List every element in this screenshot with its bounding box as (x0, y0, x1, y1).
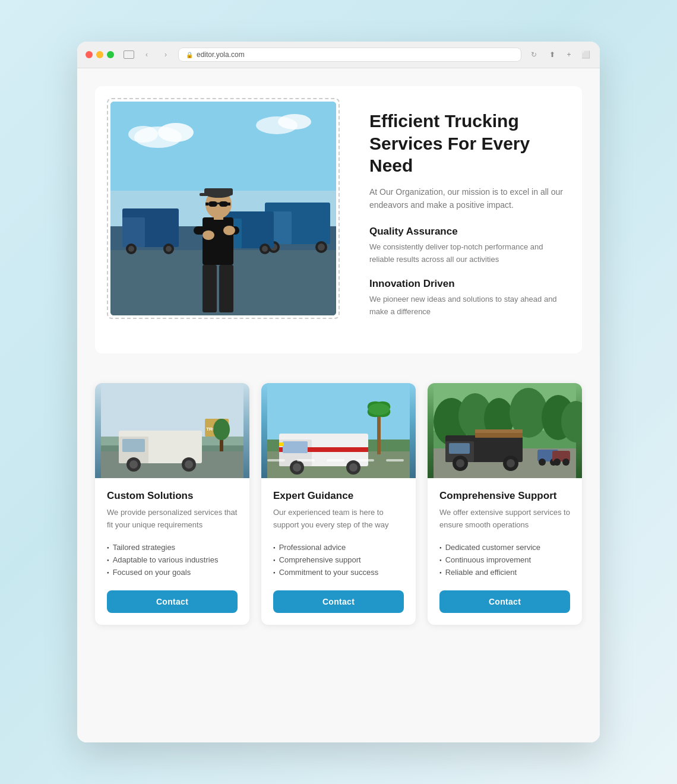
card-3-image (428, 383, 582, 478)
card-1-list-item-1: Tailored strategies (107, 541, 238, 554)
back-button[interactable]: ‹ (140, 48, 153, 61)
svg-point-75 (349, 463, 358, 472)
card-2-body: Expert Guidance Our experienced team is … (261, 478, 416, 625)
hero-illustration (110, 102, 336, 315)
svg-rect-92 (449, 443, 470, 454)
card-custom-solutions: TRO OLE Custom Solutions We provide pers… (95, 383, 249, 625)
sidebar-button[interactable]: ⬜ (580, 49, 591, 61)
hero-section: Efficient Trucking Services For Every Ne… (95, 86, 582, 353)
minimize-button[interactable] (96, 51, 103, 58)
card-comprehensive-support: Comprehensive Support We offer extensive… (428, 383, 582, 625)
hero-subtitle: At Our Organization, our mission is to e… (369, 185, 564, 212)
card-3-list-item-3: Reliable and efficient (439, 566, 570, 578)
svg-point-3 (158, 123, 194, 142)
new-tab-button[interactable]: + (563, 49, 575, 61)
svg-point-55 (185, 460, 193, 469)
svg-rect-43 (203, 265, 217, 312)
card-1-list-item-2: Adaptable to various industries (107, 554, 238, 566)
card-3-list: Dedicated customer service Continuous im… (439, 541, 570, 578)
feature-quality: Quality Assurance We consistently delive… (369, 226, 564, 266)
card-expert-guidance: Expert Guidance Our experienced team is … (261, 383, 416, 625)
svg-rect-79 (356, 459, 374, 461)
cards-section: TRO OLE Custom Solutions We provide pers… (95, 383, 582, 625)
svg-point-14 (318, 244, 325, 251)
lock-icon: 🔒 (186, 52, 193, 58)
address-bar[interactable]: 🔒 editor.yola.com (178, 48, 521, 62)
card-1-list: Tailored strategies Adaptable to various… (107, 541, 238, 578)
svg-point-103 (553, 459, 561, 466)
browser-chrome: ‹ › 🔒 editor.yola.com ↻ ⬆ + ⬜ (77, 42, 600, 68)
card-2-desc: Our experienced team is here to support … (273, 507, 404, 532)
card-3-contact-button[interactable]: Contact (439, 590, 570, 613)
hero-text: Efficient Trucking Services For Every Ne… (363, 98, 570, 342)
svg-rect-16 (122, 217, 145, 247)
svg-point-100 (539, 459, 546, 466)
card-3-list-item-1: Dedicated customer service (439, 541, 570, 554)
svg-rect-71 (279, 442, 284, 446)
card-1-body: Custom Solutions We provide personalized… (95, 478, 249, 625)
card-2-illustration (261, 383, 416, 478)
feature-quality-desc: We consistently deliver top-notch perfor… (369, 241, 564, 266)
svg-point-73 (293, 463, 301, 472)
feature-innovation-desc: We pioneer new ideas and solutions to st… (369, 293, 564, 318)
svg-rect-94 (475, 429, 523, 433)
browser-actions: ⬆ + ⬜ (546, 49, 591, 61)
share-button[interactable]: ⬆ (546, 49, 558, 61)
card-1-list-item-3: Focused on your goals (107, 566, 238, 578)
feature-quality-title: Quality Assurance (369, 226, 564, 238)
card-2-list-item-3: Commitment to your success (273, 566, 404, 578)
card-1-desc: We provide personalized services that fi… (107, 507, 238, 532)
card-2-contact-button[interactable]: Contact (273, 590, 404, 613)
svg-rect-31 (204, 188, 233, 195)
svg-point-6 (278, 114, 311, 129)
svg-rect-32 (200, 193, 208, 196)
svg-point-41 (223, 226, 235, 235)
svg-rect-78 (327, 459, 344, 461)
card-3-body: Comprehensive Support We offer extensive… (428, 478, 582, 625)
svg-rect-77 (297, 459, 315, 461)
card-3-list-item-2: Continuous improvement (439, 554, 570, 566)
forward-button[interactable]: › (159, 48, 172, 61)
card-1-title: Custom Solutions (107, 490, 238, 502)
card-2-list-item-1: Professional advice (273, 541, 404, 554)
svg-rect-51 (122, 439, 145, 452)
card-1-image: TRO OLE (95, 383, 249, 478)
hero-title: Efficient Trucking Services For Every Ne… (369, 110, 564, 177)
maximize-button[interactable] (107, 51, 114, 58)
card-3-title: Comprehensive Support (439, 490, 570, 502)
card-3-desc: We offer extensive support services to e… (439, 507, 570, 532)
svg-rect-63 (377, 413, 381, 454)
bottom-space (95, 625, 582, 649)
svg-rect-35 (217, 203, 220, 204)
dashed-border (107, 98, 340, 319)
svg-rect-34 (219, 201, 228, 207)
card-2-list: Professional advice Comprehensive suppor… (273, 541, 404, 578)
svg-rect-76 (267, 459, 285, 461)
traffic-lights (86, 51, 114, 58)
card-2-list-item-2: Comprehensive support (273, 554, 404, 566)
svg-rect-80 (386, 459, 404, 461)
svg-point-59 (213, 419, 230, 440)
feature-innovation-title: Innovation Driven (369, 278, 564, 290)
feature-innovation: Innovation Driven We pioneer new ideas a… (369, 278, 564, 318)
refresh-button[interactable]: ↻ (527, 48, 540, 61)
svg-point-4 (128, 126, 158, 143)
svg-point-26 (262, 246, 268, 252)
svg-point-104 (562, 459, 570, 466)
card-3-illustration (428, 383, 582, 478)
url-text: editor.yola.com (197, 50, 245, 59)
card-1-contact-button[interactable]: Contact (107, 590, 238, 613)
svg-rect-37 (227, 203, 230, 206)
card-1-illustration: TRO OLE (95, 383, 249, 478)
svg-point-53 (129, 460, 138, 469)
hero-image-wrapper (107, 98, 340, 319)
close-button[interactable] (86, 51, 93, 58)
svg-rect-44 (219, 265, 233, 312)
svg-point-18 (128, 246, 134, 252)
svg-point-96 (456, 459, 464, 467)
svg-rect-33 (208, 201, 217, 207)
svg-point-98 (507, 459, 515, 467)
tabs-icon[interactable] (124, 50, 134, 59)
browser-window: ‹ › 🔒 editor.yola.com ↻ ⬆ + ⬜ (77, 42, 600, 742)
card-2-image (261, 383, 416, 478)
